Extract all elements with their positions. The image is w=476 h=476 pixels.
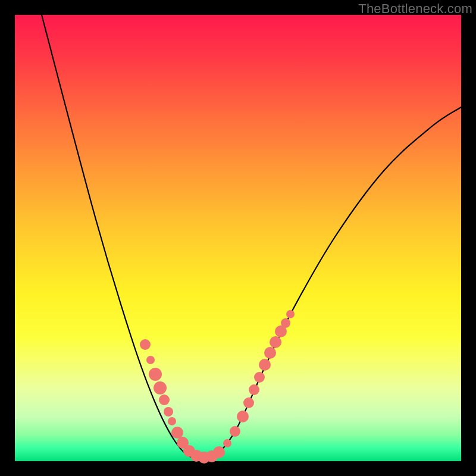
data-marker: [286, 310, 295, 318]
data-marker: [140, 339, 151, 350]
data-marker: [159, 394, 170, 405]
data-marker: [254, 372, 265, 383]
data-markers: [140, 310, 295, 464]
data-marker: [154, 381, 167, 394]
data-marker: [213, 446, 225, 458]
data-marker: [243, 397, 254, 408]
data-marker: [230, 426, 240, 437]
curve-svg: [15, 15, 461, 461]
data-marker: [270, 336, 281, 348]
data-marker: [171, 427, 183, 439]
plot-area: [15, 15, 461, 461]
data-marker: [249, 384, 259, 395]
data-marker: [281, 318, 290, 328]
data-marker: [146, 356, 155, 364]
data-marker: [168, 417, 176, 425]
data-marker: [264, 347, 276, 359]
data-marker: [259, 359, 271, 371]
data-marker: [149, 368, 162, 381]
data-marker: [164, 407, 173, 416]
chart-frame: TheBottleneck.com: [0, 0, 476, 476]
data-marker: [223, 439, 231, 447]
data-marker: [237, 411, 249, 422]
